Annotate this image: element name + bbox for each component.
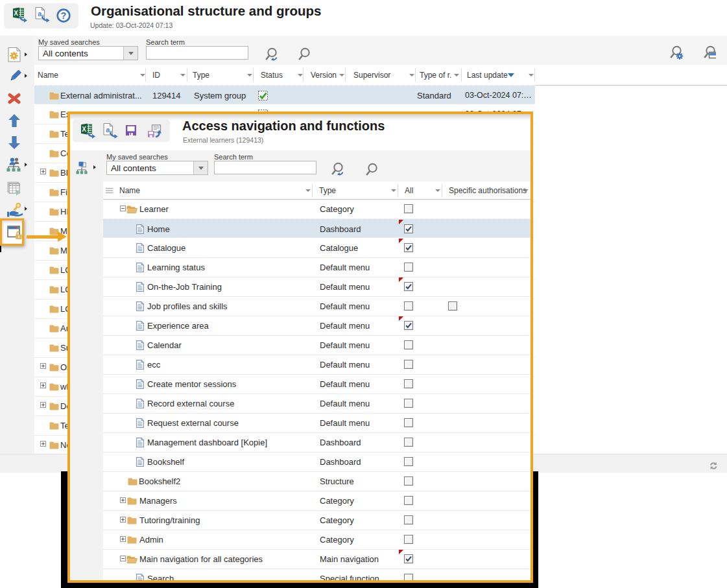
svg-text:X: X [82,126,86,133]
svg-text:a: a [106,126,110,134]
svg-text:X: X [14,10,18,17]
svg-text:a: a [38,10,42,18]
svg-text:?: ? [61,10,67,21]
